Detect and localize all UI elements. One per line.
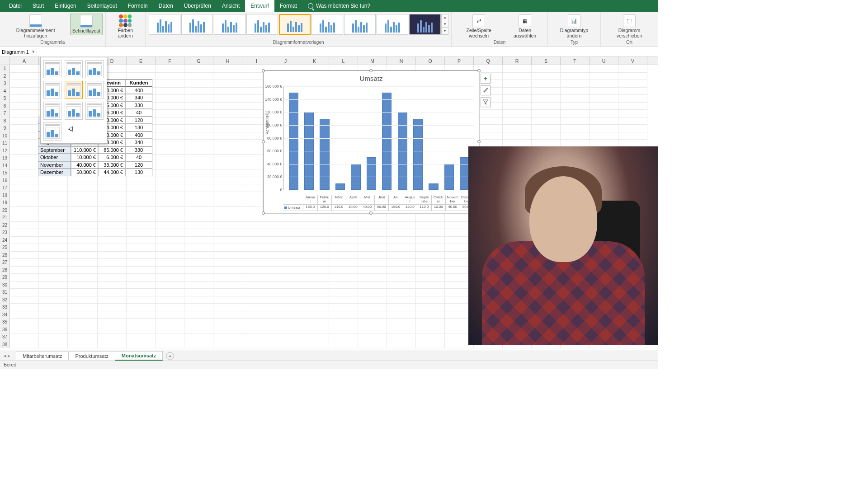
cell[interactable]: [387, 229, 416, 237]
sheet-tab-mitarbeiterumsatz[interactable]: Mitarbeiterumsatz: [16, 352, 69, 360]
cell[interactable]: [358, 282, 387, 289]
chart-resize-handle[interactable]: [369, 69, 373, 72]
cell[interactable]: [503, 95, 532, 103]
cell[interactable]: [68, 296, 98, 304]
cell[interactable]: [358, 259, 387, 267]
worksheet-grid[interactable]: A B C D E F G H I J K L M N O P Q R S T …: [0, 57, 658, 353]
cell[interactable]: [416, 319, 445, 326]
cell[interactable]: [10, 169, 39, 177]
cell[interactable]: [242, 229, 271, 237]
cell[interactable]: [300, 296, 329, 304]
cell[interactable]: [387, 311, 416, 319]
cell[interactable]: [416, 244, 445, 252]
row-header-26[interactable]: 26: [0, 252, 10, 259]
chart-style-4[interactable]: [246, 14, 278, 35]
cell[interactable]: [590, 88, 618, 95]
cell[interactable]: [503, 117, 532, 125]
cell[interactable]: [10, 237, 39, 244]
cell[interactable]: [532, 117, 561, 125]
cell[interactable]: [184, 289, 213, 296]
cell-month[interactable]: Oktober: [38, 154, 71, 161]
cell-kunden[interactable]: 400: [125, 131, 152, 139]
row-header-8[interactable]: 8: [0, 117, 10, 125]
cell[interactable]: [127, 282, 156, 289]
cell[interactable]: [127, 252, 156, 259]
cell[interactable]: [39, 304, 68, 311]
cell[interactable]: [68, 222, 98, 230]
cell[interactable]: [387, 304, 416, 311]
cell[interactable]: [127, 177, 156, 185]
cell[interactable]: [39, 341, 68, 349]
cell[interactable]: [358, 333, 387, 341]
cell[interactable]: [590, 80, 618, 88]
cell[interactable]: [98, 229, 127, 237]
cell[interactable]: [242, 326, 271, 334]
cell[interactable]: [98, 326, 127, 334]
cell[interactable]: [10, 214, 39, 222]
cell[interactable]: [156, 326, 184, 334]
cell[interactable]: [156, 289, 184, 296]
row-header-3[interactable]: 3: [0, 80, 10, 88]
chart-bar[interactable]: [382, 93, 392, 190]
cell[interactable]: [127, 229, 156, 237]
cell-gewinn[interactable]: 85.000 €: [98, 146, 125, 154]
row-header-19[interactable]: 19: [0, 199, 10, 207]
cell[interactable]: [329, 311, 358, 319]
switch-row-col-button[interactable]: ⇄ Zeile/Spalte wechseln: [454, 14, 503, 39]
cell[interactable]: [561, 88, 590, 95]
cell-kunden[interactable]: 120: [125, 117, 152, 124]
row-header-20[interactable]: 20: [0, 207, 10, 215]
cell[interactable]: [127, 222, 156, 230]
cell[interactable]: [184, 252, 213, 259]
chart-bar[interactable]: [289, 93, 298, 190]
cell[interactable]: [358, 319, 387, 326]
cell[interactable]: [156, 244, 184, 252]
cell[interactable]: [10, 341, 39, 349]
cell[interactable]: [127, 311, 156, 319]
cell[interactable]: [127, 326, 156, 334]
cell[interactable]: [503, 125, 532, 132]
cell[interactable]: [184, 214, 213, 222]
cell[interactable]: [127, 296, 156, 304]
cell[interactable]: [242, 319, 271, 326]
cell[interactable]: [127, 214, 156, 222]
tab-start[interactable]: Start: [27, 0, 49, 12]
cell[interactable]: [387, 274, 416, 282]
cell[interactable]: [156, 207, 184, 215]
chart-title[interactable]: Umsatz: [264, 71, 479, 84]
cell[interactable]: [39, 192, 68, 200]
cell[interactable]: [271, 304, 300, 311]
cell[interactable]: [156, 252, 184, 259]
cell[interactable]: [98, 192, 127, 200]
quick-layout-option-7[interactable]: [43, 102, 61, 120]
cell[interactable]: [184, 169, 213, 177]
cell[interactable]: [416, 326, 445, 334]
chart-elements-button[interactable]: +: [481, 74, 491, 84]
cell[interactable]: [532, 95, 561, 103]
cell[interactable]: [10, 333, 39, 341]
cell[interactable]: [184, 222, 213, 230]
cell-kunden[interactable]: 400: [125, 87, 152, 94]
cell[interactable]: [618, 117, 647, 125]
chart-style-1[interactable]: [149, 14, 180, 35]
col-header-R[interactable]: R: [503, 57, 532, 65]
cell[interactable]: [184, 319, 213, 326]
cell[interactable]: [98, 333, 127, 341]
cell[interactable]: [156, 222, 184, 230]
cell[interactable]: [156, 162, 184, 170]
chart-bar[interactable]: [335, 183, 345, 190]
quick-layout-option-2[interactable]: [65, 60, 83, 78]
cell[interactable]: [156, 341, 184, 349]
col-header-V[interactable]: V: [618, 57, 647, 65]
cell[interactable]: [358, 244, 387, 252]
cell[interactable]: [387, 319, 416, 326]
cell[interactable]: [213, 319, 242, 326]
tab-entwurf[interactable]: Entwurf: [245, 0, 274, 12]
cell[interactable]: [10, 274, 39, 282]
cell[interactable]: [300, 341, 329, 349]
cell[interactable]: [387, 333, 416, 341]
cell[interactable]: [68, 244, 98, 252]
row-header-33[interactable]: 33: [0, 304, 10, 311]
cell-umsatz[interactable]: 40.000 €: [71, 161, 98, 169]
cell[interactable]: [39, 282, 68, 289]
